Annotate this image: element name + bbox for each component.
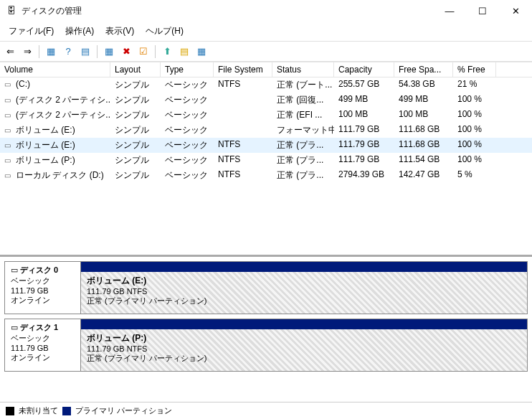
drive-icon: ▭ <box>4 80 14 89</box>
col-capacity[interactable]: Capacity <box>334 62 394 77</box>
disk-icon: ▭ ディスク 0 <box>11 265 75 276</box>
drive-icon: ▭ <box>4 96 14 105</box>
disk-label: ▭ ディスク 0ベーシック111.79 GBオンライン <box>5 261 81 314</box>
disk-label: ▭ ディスク 1ベーシック111.79 GBオンライン <box>5 319 81 372</box>
col-type[interactable]: Type <box>161 62 214 77</box>
window-title: ディスクの管理 <box>22 5 433 17</box>
column-headers[interactable]: Volume Layout Type File System Status Ca… <box>0 62 532 77</box>
volume-list[interactable]: Volume Layout Type File System Status Ca… <box>0 62 532 257</box>
views-icon[interactable]: ▦ <box>44 44 58 59</box>
drive-icon: ▭ <box>4 141 14 150</box>
legend: 未割り当て プライマリ パーティション <box>0 402 532 419</box>
menu-file[interactable]: ファイル(F) <box>3 23 60 39</box>
menubar: ファイル(F) 操作(A) 表示(V) ヘルプ(H) <box>0 22 532 42</box>
up-icon[interactable]: ⬆ <box>160 44 174 59</box>
volume-row[interactable]: ▭ローカル ディスク (D:)シンプルベーシックNTFS正常 (プラ...279… <box>0 168 532 183</box>
view2-icon[interactable]: ▤ <box>78 44 92 59</box>
back-icon[interactable]: ⇐ <box>3 44 17 59</box>
partition[interactable]: ボリューム (P:)111.79 GB NTFS正常 (プライマリ パーティショ… <box>81 319 528 372</box>
legend-primary-label: プライマリ パーティション <box>75 405 172 416</box>
volume-row[interactable]: ▭ボリューム (E:)シンプルベーシックNTFS正常 (プラ...111.79 … <box>0 138 532 153</box>
list-icon[interactable]: ▦ <box>194 44 209 59</box>
col-free[interactable]: Free Spa... <box>394 62 453 77</box>
maximize-button[interactable]: ☐ <box>466 0 499 22</box>
titlebar: 🗄 ディスクの管理 — ☐ ✕ <box>0 0 532 22</box>
volume-row[interactable]: ▭(ディスク 2 パーティシ...シンプルベーシック正常 (回復...499 M… <box>0 93 532 108</box>
delete-icon[interactable]: ✖ <box>119 44 133 59</box>
menu-help[interactable]: ヘルプ(H) <box>140 23 189 39</box>
volume-row[interactable]: ▭(ディスク 2 パーティシ...シンプルベーシック正常 (EFI ...100… <box>0 108 532 123</box>
legend-primary-swatch <box>62 407 71 415</box>
col-volume[interactable]: Volume <box>0 62 110 77</box>
partition[interactable]: ボリューム (E:)111.79 GB NTFS正常 (プライマリ パーティショ… <box>81 261 528 314</box>
minimize-button[interactable]: — <box>433 0 466 22</box>
forward-icon[interactable]: ⇒ <box>20 44 34 59</box>
volume-row[interactable]: ▭ボリューム (E:)シンプルベーシックフォーマット中111.79 GB111.… <box>0 123 532 138</box>
app-icon: 🗄 <box>6 5 17 17</box>
volume-row[interactable]: ▭(C:)シンプルベーシックNTFS正常 (ブート...255.57 GB54.… <box>0 77 532 93</box>
disk-row[interactable]: ▭ ディスク 1ベーシック111.79 GBオンラインボリューム (P:)111… <box>4 319 528 372</box>
refresh-icon[interactable]: ▦ <box>102 44 116 59</box>
graphical-view: ▭ ディスク 0ベーシック111.79 GBオンラインボリューム (E:)111… <box>0 257 532 402</box>
disk-icon: ▭ ディスク 1 <box>11 322 75 333</box>
check-icon[interactable]: ☑ <box>136 44 151 59</box>
props-icon[interactable]: ▤ <box>177 44 191 59</box>
drive-icon: ▭ <box>4 111 14 120</box>
col-fs[interactable]: File System <box>214 62 272 77</box>
help-icon[interactable]: ? <box>61 44 75 59</box>
drive-icon: ▭ <box>4 126 14 135</box>
window-controls: — ☐ ✕ <box>433 0 532 22</box>
legend-unallocated-swatch <box>6 407 14 415</box>
col-status[interactable]: Status <box>272 62 334 77</box>
col-layout[interactable]: Layout <box>110 62 161 77</box>
legend-unallocated-label: 未割り当て <box>19 405 58 416</box>
menu-view[interactable]: 表示(V) <box>100 23 140 39</box>
disk-row[interactable]: ▭ ディスク 0ベーシック111.79 GBオンラインボリューム (E:)111… <box>4 261 528 314</box>
close-button[interactable]: ✕ <box>499 0 532 22</box>
toolbar: ⇐ ⇒ ▦ ? ▤ ▦ ✖ ☑ ⬆ ▤ ▦ <box>0 42 532 62</box>
menu-action[interactable]: 操作(A) <box>60 23 100 39</box>
volume-row[interactable]: ▭ボリューム (P:)シンプルベーシックNTFS正常 (プラ...111.79 … <box>0 153 532 168</box>
col-pct[interactable]: % Free <box>453 62 496 77</box>
drive-icon: ▭ <box>4 156 14 165</box>
drive-icon: ▭ <box>4 171 14 180</box>
